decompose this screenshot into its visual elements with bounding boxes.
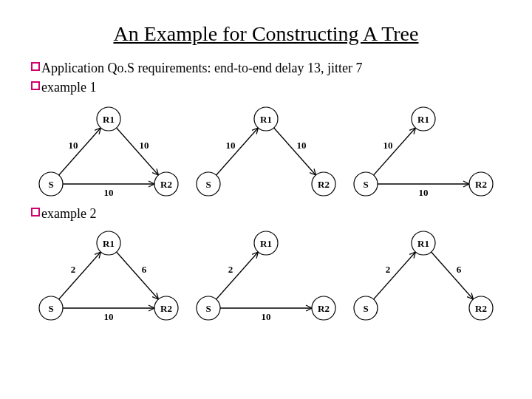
edge-line <box>274 128 316 175</box>
edge-weight-label: 10 <box>103 187 113 198</box>
graph-node-s: S <box>354 296 378 320</box>
triangle-diagram: 2610SR1R2 <box>35 228 183 324</box>
edge-weight-label: 2 <box>228 264 233 275</box>
triangle-diagram: 1010SR1R2 <box>192 104 340 200</box>
node-label: R2 <box>475 303 487 314</box>
graph-node-r2: R2 <box>312 296 335 320</box>
bullet-text: example 1 <box>41 78 502 96</box>
node-label: S <box>364 303 369 314</box>
edge-weight-label: 10 <box>226 140 236 151</box>
edge-weight-label: 10 <box>68 140 78 151</box>
bullets-block: Application Qo.S requirements: end-to-en… <box>30 59 502 97</box>
edge-weight-label: 2 <box>70 264 75 275</box>
graph-node-r1: R1 <box>97 231 120 255</box>
svg-rect-0 <box>32 63 39 70</box>
bullet-item: Application Qo.S requirements: end-to-en… <box>30 59 502 77</box>
node-label: R1 <box>417 114 429 125</box>
node-label: R2 <box>318 179 330 190</box>
example2-row: 2610SR1R2210SR1R226SR1R2 <box>30 228 502 324</box>
node-label: R1 <box>103 238 115 249</box>
graph-node-r2: R2 <box>154 296 178 320</box>
graph-node-s: S <box>354 172 378 196</box>
graph-node-r1: R1 <box>254 231 278 255</box>
node-label: S <box>48 179 53 190</box>
edge-line <box>58 252 100 299</box>
graph-node-r1: R1 <box>412 231 435 255</box>
graph-node-r1: R1 <box>412 107 435 131</box>
edge-weight-label: 10 <box>261 311 270 322</box>
edge-weight-label: 10 <box>103 311 113 322</box>
edge-weight-label: 10 <box>383 140 393 151</box>
edge-line <box>216 128 259 175</box>
node-label: R1 <box>260 114 272 125</box>
edge-line <box>432 252 474 299</box>
node-label: S <box>364 179 369 190</box>
edge-line <box>58 128 100 175</box>
bullet-text: Application Qo.S requirements: end-to-en… <box>41 59 502 77</box>
bullet-item: example 2 <box>30 205 502 222</box>
edge-line <box>116 128 158 175</box>
triangle-diagram: 101010SR1R2 <box>35 104 183 200</box>
node-label: R2 <box>160 179 172 190</box>
graph-node-s: S <box>39 172 63 196</box>
node-label: S <box>48 303 53 314</box>
graph-node-r1: R1 <box>97 107 120 131</box>
triangle-diagram: 1010SR1R2 <box>349 104 497 200</box>
node-label: R1 <box>260 238 272 249</box>
bullet-item: example 1 <box>30 78 502 96</box>
graph-node-r2: R2 <box>154 172 178 196</box>
node-label: R2 <box>318 303 330 314</box>
edge-weight-label: 2 <box>386 264 391 275</box>
triangle-diagram: 26SR1R2 <box>349 228 497 324</box>
graph-node-r2: R2 <box>469 172 493 196</box>
triangle-diagram: 210SR1R2 <box>192 228 340 324</box>
edge-line <box>374 128 416 175</box>
node-label: S <box>205 179 211 190</box>
bullet-square-icon <box>30 208 41 216</box>
edge-weight-label: 6 <box>141 264 146 275</box>
edge-line <box>216 252 259 299</box>
page-title: An Example for Constructing A Tree <box>30 22 502 46</box>
node-label: R2 <box>160 303 172 314</box>
graph-node-s: S <box>39 296 63 320</box>
graph-node-r2: R2 <box>312 172 335 196</box>
edge-weight-label: 10 <box>296 140 306 151</box>
example1-row: 101010SR1R21010SR1R21010SR1R2 <box>30 104 502 200</box>
edge-weight-label: 10 <box>419 187 429 198</box>
node-label: R1 <box>103 114 115 125</box>
graph-node-r1: R1 <box>254 107 278 131</box>
edge-weight-label: 10 <box>139 140 149 151</box>
graph-node-s: S <box>197 296 220 320</box>
svg-rect-1 <box>32 82 39 89</box>
node-label: R2 <box>475 179 487 190</box>
svg-rect-11 <box>32 208 39 216</box>
bullet-text: example 2 <box>41 205 502 222</box>
edge-line <box>374 252 416 299</box>
node-label: R1 <box>417 238 429 249</box>
bullet-square-icon <box>30 62 41 71</box>
graph-node-r2: R2 <box>469 296 493 320</box>
node-label: S <box>205 303 211 314</box>
graph-node-s: S <box>197 172 220 196</box>
edge-line <box>116 252 158 299</box>
edge-weight-label: 6 <box>457 264 462 275</box>
bullet-square-icon <box>30 81 41 90</box>
